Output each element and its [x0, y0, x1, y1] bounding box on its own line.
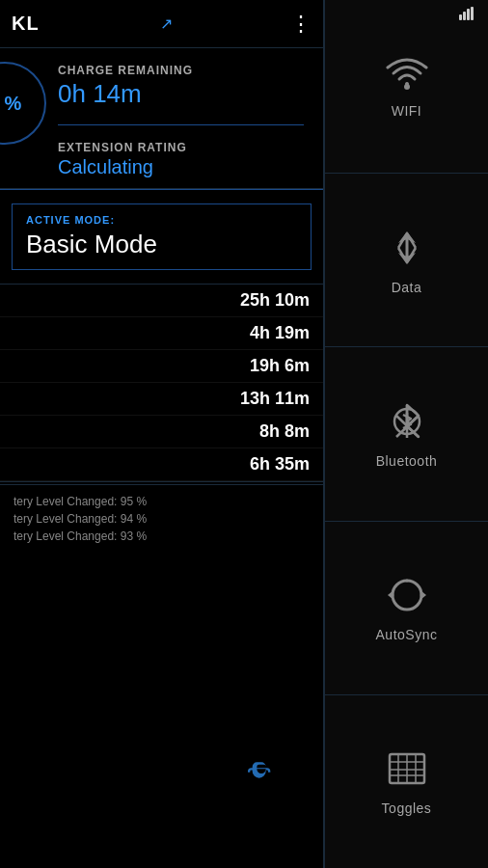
table-row: 19h 6m — [0, 350, 323, 383]
active-mode-value: Basic Mode — [26, 230, 297, 259]
divider-horizontal — [0, 481, 323, 482]
sidebar-item-toggles[interactable]: Toggles — [325, 695, 488, 868]
svg-marker-10 — [421, 591, 426, 599]
divider — [58, 124, 304, 125]
log-section: tery Level Changed: 95 % tery Level Chan… — [0, 484, 323, 553]
log-entry: tery Level Changed: 94 % — [14, 510, 310, 528]
stat-value: 19h 6m — [250, 356, 310, 376]
right-panel: WIFI Data — [324, 0, 488, 868]
stat-value: 13h 11m — [240, 389, 310, 409]
log-entry: tery Level Changed: 95 % — [14, 493, 310, 510]
table-row: 13h 11m — [0, 383, 323, 416]
toggles-icon — [385, 746, 429, 795]
extension-label: EXTENSION RATING — [58, 141, 304, 154]
svg-rect-1 — [463, 12, 466, 20]
svg-rect-0 — [459, 14, 462, 20]
bug-icon[interactable] — [248, 760, 275, 791]
active-mode-label: ACTIVE MODE: — [26, 214, 297, 226]
left-panel: KL ↗ ⋮ 0 % CHARGE REMAINING 0h 14m EXTEN… — [0, 0, 324, 868]
wifi-icon — [385, 55, 429, 97]
data-icon — [385, 226, 429, 274]
battery-percent: 0 % — [0, 93, 21, 115]
sidebar-item-autosync[interactable]: AutoSync — [325, 522, 488, 695]
active-mode-section[interactable]: ACTIVE MODE: Basic Mode — [12, 203, 312, 270]
log-entry: tery Level Changed: 93 % — [14, 528, 310, 545]
stat-value: 4h 19m — [250, 323, 310, 343]
charge-remaining: CHARGE REMAINING 0h 14m — [58, 64, 304, 109]
svg-marker-11 — [388, 591, 393, 599]
stats-section: 25h 10m 4h 19m 19h 6m 13h 11m 8h 8m 6h 3… — [0, 284, 323, 481]
autosync-label: AutoSync — [376, 627, 438, 642]
charge-label: CHARGE REMAINING — [58, 64, 304, 77]
section-divider — [0, 189, 323, 190]
table-row: 25h 10m — [0, 285, 323, 317]
table-row: 6h 35m — [0, 448, 323, 481]
wifi-label: WIFI — [392, 103, 422, 119]
extension-rating: EXTENSION RATING Calculating — [58, 141, 304, 178]
table-row: 8h 8m — [0, 416, 323, 448]
stat-value: 25h 10m — [240, 290, 310, 311]
data-label: Data — [392, 280, 422, 295]
extension-value: Calculating — [58, 156, 304, 178]
battery-section: CHARGE REMAINING 0h 14m EXTENSION RATING… — [0, 48, 323, 189]
svg-rect-2 — [467, 9, 470, 20]
sidebar-item-bluetooth[interactable]: Bluetooth — [325, 347, 488, 521]
status-bar — [0, 0, 488, 27]
toggles-label: Toggles — [382, 800, 432, 816]
charge-value: 0h 14m — [58, 79, 304, 109]
bluetooth-label: Bluetooth — [376, 453, 438, 469]
bluetooth-icon — [388, 399, 426, 448]
stat-value: 6h 35m — [250, 454, 310, 475]
table-row: 4h 19m — [0, 317, 323, 350]
sidebar-item-data[interactable]: Data — [325, 174, 488, 347]
stat-value: 8h 8m — [259, 421, 310, 442]
signal-icon — [459, 7, 476, 20]
autosync-icon — [385, 573, 429, 621]
svg-point-4 — [404, 84, 410, 90]
svg-rect-3 — [471, 7, 474, 20]
